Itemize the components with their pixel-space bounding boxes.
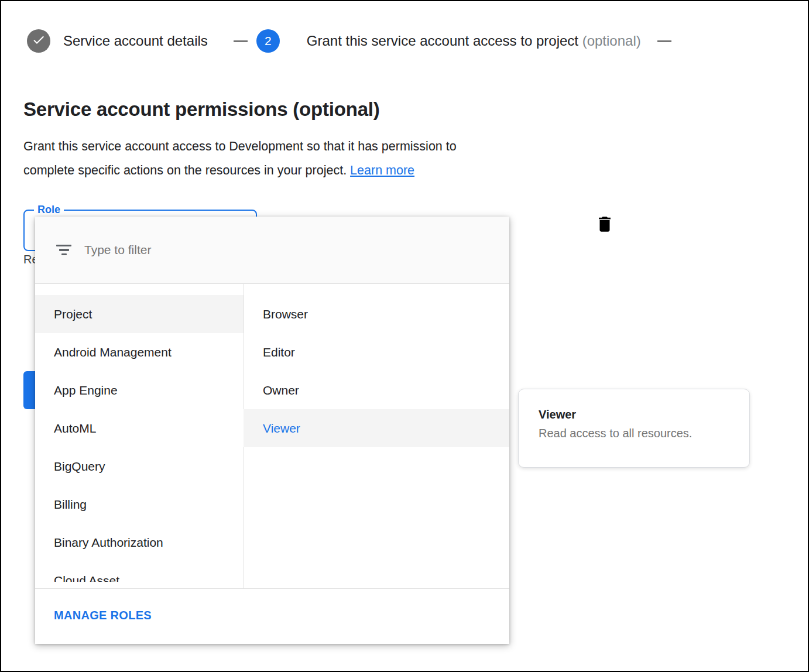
- filter-list-icon: [56, 245, 71, 256]
- role-item-browser[interactable]: Browser: [244, 295, 509, 333]
- role-options-list: Browser Editor Owner Viewer: [244, 284, 509, 582]
- step-connector: [234, 40, 248, 42]
- page: Service account details 2 Grant this ser…: [0, 0, 809, 672]
- role-field-label: Role: [34, 204, 64, 216]
- category-item-binary-authorization[interactable]: Binary Authorization: [35, 523, 244, 561]
- step1-completed-circle[interactable]: [27, 29, 50, 53]
- role-item-owner[interactable]: Owner: [244, 371, 509, 409]
- description-text: Grant this service account access to Dev…: [23, 135, 457, 183]
- step2-label[interactable]: Grant this service account access to pro…: [307, 33, 641, 49]
- category-item-project[interactable]: Project: [35, 295, 244, 333]
- category-item-automl[interactable]: AutoML: [35, 409, 244, 447]
- category-item-bigquery[interactable]: BigQuery: [35, 447, 244, 485]
- description-line1: Grant this service account access to Dev…: [23, 139, 457, 153]
- role-description-tooltip: Viewer Read access to all resources.: [518, 389, 750, 468]
- learn-more-link[interactable]: Learn more: [350, 163, 414, 177]
- dropdown-footer: MANAGE ROLES: [35, 588, 509, 644]
- step-connector: [657, 40, 671, 42]
- role-item-editor[interactable]: Editor: [244, 333, 509, 371]
- page-title: Service account permissions (optional): [23, 98, 380, 121]
- step2-number: 2: [265, 34, 272, 48]
- delete-role-button[interactable]: [595, 213, 616, 236]
- role-filter-bar: [35, 217, 509, 284]
- check-icon: [32, 33, 46, 49]
- wizard-stepper: Service account details 2 Grant this ser…: [27, 29, 671, 53]
- step2-optional-suffix: (optional): [582, 33, 641, 49]
- category-item-app-engine[interactable]: App Engine: [35, 371, 244, 409]
- trash-icon: [595, 227, 615, 237]
- category-item-billing[interactable]: Billing: [35, 485, 244, 523]
- role-item-viewer[interactable]: Viewer: [244, 409, 509, 447]
- role-filter-input[interactable]: [84, 243, 436, 257]
- category-item-cloud-asset[interactable]: Cloud Asset: [35, 561, 244, 582]
- role-dropdown-panel: Project Android Management App Engine Au…: [35, 217, 509, 644]
- tooltip-description: Read access to all resources.: [539, 427, 729, 440]
- role-category-list: Project Android Management App Engine Au…: [35, 284, 244, 582]
- tooltip-title: Viewer: [539, 408, 729, 421]
- step1-label[interactable]: Service account details: [63, 33, 208, 49]
- category-item-android-management[interactable]: Android Management: [35, 333, 244, 371]
- description-line2: complete specific actions on the resourc…: [23, 163, 347, 177]
- step2-number-circle[interactable]: 2: [256, 29, 280, 53]
- manage-roles-button[interactable]: MANAGE ROLES: [54, 609, 152, 622]
